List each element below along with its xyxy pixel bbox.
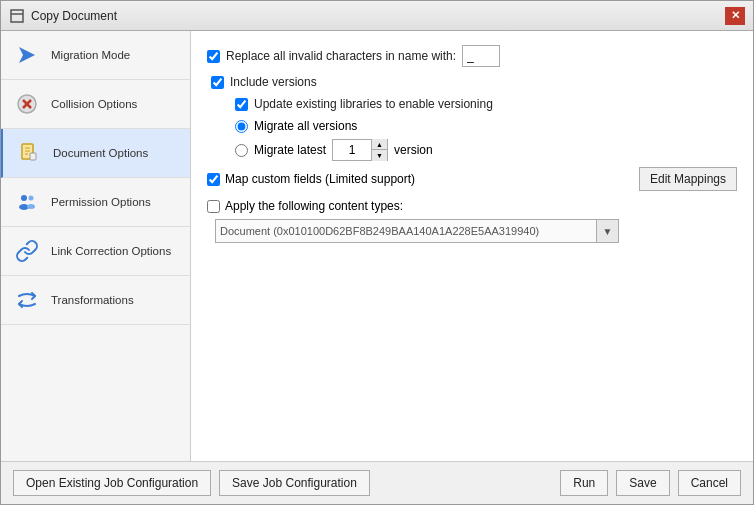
update-libraries-checkbox[interactable] — [235, 98, 248, 111]
spinner-buttons: ▲ ▼ — [371, 139, 387, 161]
migrate-latest-radio[interactable] — [235, 144, 248, 157]
sidebar-item-collision-options[interactable]: Collision Options — [1, 80, 190, 129]
migrate-latest-label: Migrate latest — [254, 143, 326, 157]
close-button[interactable]: ✕ — [725, 7, 745, 25]
replace-invalid-input[interactable] — [462, 45, 500, 67]
map-custom-label: Map custom fields (Limited support) — [225, 172, 415, 186]
content-area: Replace all invalid characters in name w… — [191, 31, 753, 461]
document-icon — [15, 139, 43, 167]
open-job-config-button[interactable]: Open Existing Job Configuration — [13, 470, 211, 496]
cancel-button[interactable]: Cancel — [678, 470, 741, 496]
main-content: Migration Mode Collision Options — [1, 31, 753, 461]
window-title: Copy Document — [31, 9, 117, 23]
title-bar: Copy Document ✕ — [1, 1, 753, 31]
migrate-all-radio[interactable] — [235, 120, 248, 133]
replace-invalid-row: Replace all invalid characters in name w… — [207, 45, 737, 67]
spinner-up-button[interactable]: ▲ — [371, 139, 387, 150]
save-job-config-button[interactable]: Save Job Configuration — [219, 470, 370, 496]
include-versions-row: Include versions — [211, 75, 737, 89]
apply-content-types-checkbox[interactable] — [207, 200, 220, 213]
svg-point-14 — [27, 204, 35, 209]
sidebar-item-transformations[interactable]: Transformations — [1, 276, 190, 325]
edit-mappings-button[interactable]: Edit Mappings — [639, 167, 737, 191]
title-bar-left: Copy Document — [9, 8, 117, 24]
content-type-dropdown-wrap: Document (0x010100D62BF8B249BAA140A1A228… — [211, 219, 737, 243]
update-libraries-label: Update existing libraries to enable vers… — [254, 97, 493, 111]
sidebar-item-migration-mode[interactable]: Migration Mode — [1, 31, 190, 80]
svg-marker-2 — [19, 47, 35, 63]
map-custom-row: Map custom fields (Limited support) Edit… — [207, 167, 737, 191]
save-button[interactable]: Save — [616, 470, 669, 496]
apply-content-types-row: Apply the following content types: — [207, 199, 737, 213]
sidebar-label-link-correction-options: Link Correction Options — [51, 245, 171, 257]
version-suffix-label: version — [394, 143, 433, 157]
window-icon — [9, 8, 25, 24]
svg-rect-10 — [30, 153, 36, 160]
sidebar: Migration Mode Collision Options — [1, 31, 191, 461]
content-type-select[interactable]: Document (0x010100D62BF8B249BAA140A1A228… — [216, 220, 596, 242]
include-versions-label: Include versions — [230, 75, 317, 89]
update-libraries-row: Update existing libraries to enable vers… — [235, 97, 737, 111]
dropdown-arrow-icon: ▼ — [596, 220, 618, 242]
sidebar-label-migration-mode: Migration Mode — [51, 49, 130, 61]
footer-right-buttons: Run Save Cancel — [560, 470, 741, 496]
content-type-dropdown[interactable]: Document (0x010100D62BF8B249BAA140A1A228… — [215, 219, 619, 243]
spinner-down-button[interactable]: ▼ — [371, 150, 387, 161]
sidebar-item-link-correction-options[interactable]: Link Correction Options — [1, 227, 190, 276]
transform-icon — [13, 286, 41, 314]
replace-invalid-checkbox[interactable] — [207, 50, 220, 63]
x-circle-icon — [13, 90, 41, 118]
svg-point-13 — [29, 196, 34, 201]
main-window: Copy Document ✕ Migration Mode — [0, 0, 754, 505]
people-icon — [13, 188, 41, 216]
svg-point-11 — [21, 195, 27, 201]
sidebar-label-permission-options: Permission Options — [51, 196, 151, 208]
svg-rect-0 — [11, 10, 23, 22]
version-number-input[interactable] — [333, 140, 371, 160]
map-custom-checkbox[interactable] — [207, 173, 220, 186]
version-spinner: ▲ ▼ — [332, 139, 388, 161]
migrate-all-row: Migrate all versions — [235, 119, 737, 133]
sidebar-item-permission-options[interactable]: Permission Options — [1, 178, 190, 227]
replace-invalid-label: Replace all invalid characters in name w… — [226, 49, 456, 63]
include-versions-checkbox[interactable] — [211, 76, 224, 89]
migrate-latest-row: Migrate latest ▲ ▼ version — [235, 139, 737, 161]
arrow-icon — [13, 41, 41, 69]
sidebar-label-collision-options: Collision Options — [51, 98, 137, 110]
link-icon — [13, 237, 41, 265]
footer: Open Existing Job Configuration Save Job… — [1, 461, 753, 504]
migrate-all-label: Migrate all versions — [254, 119, 357, 133]
map-custom-left: Map custom fields (Limited support) — [207, 172, 415, 186]
sidebar-item-document-options[interactable]: Document Options — [1, 129, 190, 178]
sidebar-label-transformations: Transformations — [51, 294, 134, 306]
sidebar-label-document-options: Document Options — [53, 147, 148, 159]
apply-content-types-label: Apply the following content types: — [225, 199, 403, 213]
run-button[interactable]: Run — [560, 470, 608, 496]
